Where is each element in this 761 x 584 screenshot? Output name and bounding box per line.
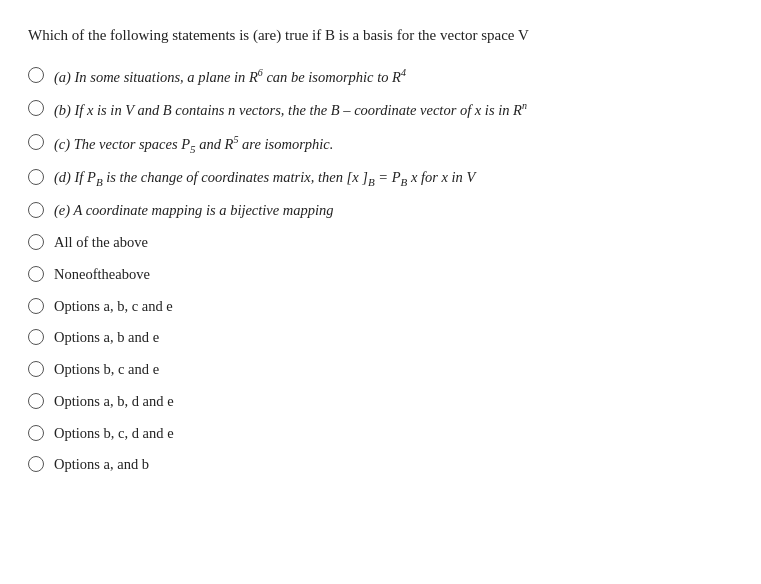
option-opt6-row[interactable]: Options a, and b (28, 454, 733, 476)
radio-e[interactable] (28, 202, 44, 218)
option-opt6-text: Options a, and b (54, 454, 149, 476)
radio-all[interactable] (28, 234, 44, 250)
option-opt1-row[interactable]: Options a, b, c and e (28, 296, 733, 318)
option-e-text: (e) A coordinate mapping is a bijective … (54, 200, 334, 222)
radio-opt5[interactable] (28, 425, 44, 441)
radio-b[interactable] (28, 100, 44, 116)
radio-none[interactable] (28, 266, 44, 282)
option-opt5-row[interactable]: Options b, c, d and e (28, 423, 733, 445)
option-b-text: (b) If x is in V and B contains n vector… (54, 98, 527, 122)
option-opt4-text: Options a, b, d and e (54, 391, 174, 413)
option-opt4-row[interactable]: Options a, b, d and e (28, 391, 733, 413)
option-all-text: All of the above (54, 232, 148, 254)
option-opt5-text: Options b, c, d and e (54, 423, 174, 445)
option-b-row[interactable]: (b) If x is in V and B contains n vector… (28, 98, 733, 122)
radio-d[interactable] (28, 169, 44, 185)
radio-a[interactable] (28, 67, 44, 83)
radio-opt6[interactable] (28, 456, 44, 472)
option-c-row[interactable]: (c) The vector spaces P5 and R5 are isom… (28, 132, 733, 157)
option-none-text: Noneoftheabove (54, 264, 150, 286)
radio-c[interactable] (28, 134, 44, 150)
option-d-text: (d) If PB is the change of coordinates m… (54, 167, 475, 190)
radio-opt1[interactable] (28, 298, 44, 314)
option-none-row[interactable]: Noneoftheabove (28, 264, 733, 286)
question-text: Which of the following statements is (ar… (28, 24, 733, 47)
option-opt2-text: Options a, b and e (54, 327, 159, 349)
option-d-row[interactable]: (d) If PB is the change of coordinates m… (28, 167, 733, 190)
option-opt3-text: Options b, c and e (54, 359, 159, 381)
option-a-text: (a) In some situations, a plane in R6 ca… (54, 65, 406, 89)
radio-opt2[interactable] (28, 329, 44, 345)
option-e-row[interactable]: (e) A coordinate mapping is a bijective … (28, 200, 733, 222)
option-all-row[interactable]: All of the above (28, 232, 733, 254)
radio-opt3[interactable] (28, 361, 44, 377)
radio-opt4[interactable] (28, 393, 44, 409)
option-opt1-text: Options a, b, c and e (54, 296, 173, 318)
option-c-text: (c) The vector spaces P5 and R5 are isom… (54, 132, 333, 157)
option-opt3-row[interactable]: Options b, c and e (28, 359, 733, 381)
option-opt2-row[interactable]: Options a, b and e (28, 327, 733, 349)
option-a-row[interactable]: (a) In some situations, a plane in R6 ca… (28, 65, 733, 89)
